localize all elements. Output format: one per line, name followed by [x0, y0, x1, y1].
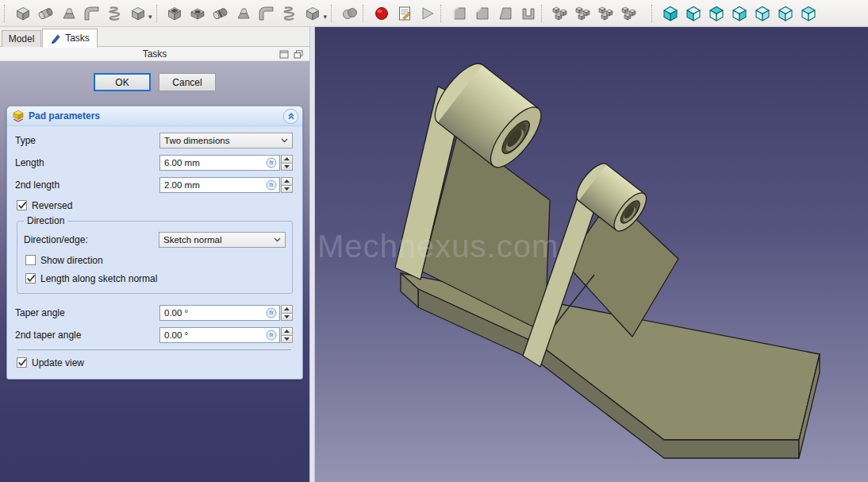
type-label: Type — [15, 135, 159, 146]
front-view-icon[interactable] — [682, 2, 704, 24]
dropdown-arrow-icon[interactable]: ▾ — [148, 13, 152, 21]
toolbar-handle[interactable] — [440, 5, 444, 22]
direction-edge-combobox[interactable]: Sketch normal — [159, 232, 286, 248]
groove-icon[interactable] — [210, 2, 232, 24]
length-input[interactable]: 6.00 mm fx — [159, 155, 280, 171]
macros-dialog-icon[interactable] — [394, 2, 415, 24]
linear-pattern-icon[interactable] — [572, 2, 593, 24]
subtractive-primitive-icon[interactable] — [302, 2, 324, 24]
task-dialog-buttons: OK Cancel — [0, 73, 309, 91]
length-along-normal-label: Length along sketch normal — [40, 273, 157, 284]
combo-view-tabbar: Model Tasks — [0, 27, 309, 47]
revolution-icon[interactable] — [35, 2, 56, 24]
additive-pipe-icon[interactable] — [81, 2, 102, 24]
right-view-icon[interactable] — [728, 2, 750, 24]
expression-icon[interactable]: fx — [266, 179, 277, 191]
length2-spinner — [281, 177, 293, 193]
toolbar-handle[interactable] — [4, 5, 8, 22]
multitransform-icon[interactable] — [618, 2, 639, 24]
pad-parameters-title: Pad parameters — [29, 110, 279, 121]
execute-macro-icon[interactable] — [417, 2, 438, 24]
toolbar-handle[interactable] — [156, 5, 160, 22]
toolbar-handle[interactable] — [331, 5, 335, 22]
toolbar-group-additive: ▾ — [2, 2, 155, 24]
show-direction-label: Show direction — [40, 255, 103, 266]
float-window-icon[interactable] — [293, 49, 303, 59]
cancel-button[interactable]: Cancel — [159, 73, 216, 91]
chevron-down-icon — [281, 138, 288, 143]
additive-primitive-icon[interactable] — [127, 2, 148, 24]
expression-icon[interactable]: fx — [266, 307, 277, 318]
toolbar-group-transform — [540, 2, 640, 24]
bottom-view-icon[interactable] — [774, 2, 796, 24]
macro-record-icon[interactable] — [371, 2, 392, 24]
type-combobox[interactable]: Two dimensions — [159, 133, 293, 148]
tab-model[interactable]: Model — [2, 30, 41, 47]
spin-down-button[interactable] — [281, 163, 293, 172]
svg-text:fx: fx — [269, 182, 274, 187]
subtractive-pipe-icon[interactable] — [256, 2, 278, 24]
dropdown-arrow-icon[interactable]: ▾ — [324, 13, 328, 21]
expression-icon[interactable]: fx — [266, 330, 277, 341]
taper-row: Taper angle 0.00 ° fx — [15, 305, 293, 321]
length2-label: 2nd length — [15, 179, 159, 191]
draft-icon[interactable] — [494, 2, 516, 24]
toolbar-group-boolean — [329, 2, 361, 24]
hole-icon[interactable] — [187, 2, 209, 24]
dock-window-icon[interactable] — [278, 49, 289, 59]
update-view-checkbox[interactable] — [17, 357, 27, 368]
length2-input[interactable]: 2.00 mm fx — [159, 177, 280, 193]
length-spinner — [281, 155, 293, 171]
rear-view-icon[interactable] — [751, 2, 773, 24]
svg-text:fx: fx — [269, 310, 274, 315]
pad-icon — [12, 110, 25, 122]
pen-icon — [50, 33, 62, 44]
chamfer-icon[interactable] — [471, 2, 493, 24]
toolbar-handle[interactable] — [651, 5, 655, 22]
boolean-operation-icon[interactable] — [339, 2, 360, 24]
length-label: Length — [15, 157, 159, 168]
taper2-input[interactable]: 0.00 ° fx — [159, 327, 280, 343]
toolbar-group-macro — [361, 2, 439, 24]
collapse-section-button[interactable] — [283, 109, 298, 124]
top-view-icon[interactable] — [705, 2, 727, 24]
type-row: Type Two dimensions — [15, 133, 293, 148]
pad-icon[interactable] — [12, 2, 33, 24]
axonometric-view-icon[interactable] — [659, 2, 681, 24]
spin-down-button[interactable] — [281, 313, 293, 322]
left-view-icon[interactable] — [797, 2, 819, 24]
main-toolbar: ▾▾ — [0, 0, 868, 27]
chevron-down-icon — [274, 237, 281, 242]
taper-label: Taper angle — [15, 307, 159, 318]
watermark: Mechnexus.com — [317, 229, 559, 264]
toolbar-handle[interactable] — [363, 5, 367, 22]
show-direction-checkbox[interactable] — [25, 255, 36, 265]
freecad-window: { "toolbar": { "groups": [ {"name":"addi… — [0, 0, 868, 482]
subtractive-helix-icon[interactable] — [279, 2, 301, 24]
pocket-icon[interactable] — [164, 2, 186, 24]
3d-viewport[interactable]: Mechnexus.com — [315, 27, 868, 482]
pad-parameters-content: Type Two dimensions Length 6.00 mm fx — [7, 126, 302, 368]
length-along-normal-checkbox[interactable] — [25, 273, 36, 283]
polar-pattern-icon[interactable] — [595, 2, 616, 24]
subtractive-loft-icon[interactable] — [233, 2, 255, 24]
direction-edge-label: Direction/edge: — [24, 234, 159, 245]
tasks-panel-title: Tasks — [143, 48, 167, 60]
spin-down-button[interactable] — [281, 185, 293, 194]
tab-tasks[interactable]: Tasks — [42, 29, 98, 48]
mirrored-pattern-icon[interactable] — [549, 2, 570, 24]
ok-button[interactable]: OK — [94, 73, 151, 91]
reversed-checkbox[interactable] — [17, 200, 27, 210]
additive-loft-icon[interactable] — [58, 2, 79, 24]
fillet-icon[interactable] — [448, 2, 470, 24]
thickness-icon[interactable] — [517, 2, 539, 24]
toolbar-handle[interactable] — [541, 5, 545, 22]
expression-icon[interactable]: fx — [266, 157, 277, 168]
additive-helix-icon[interactable] — [104, 2, 125, 24]
taper-input[interactable]: 0.00 ° fx — [159, 305, 280, 321]
direction-groupbox: Direction Direction/edge: Sketch normal … — [17, 221, 293, 294]
dock-splitter[interactable] — [309, 27, 315, 482]
spin-down-button[interactable] — [281, 335, 293, 344]
tab-tasks-label: Tasks — [65, 33, 90, 44]
tab-model-label: Model — [9, 33, 35, 44]
